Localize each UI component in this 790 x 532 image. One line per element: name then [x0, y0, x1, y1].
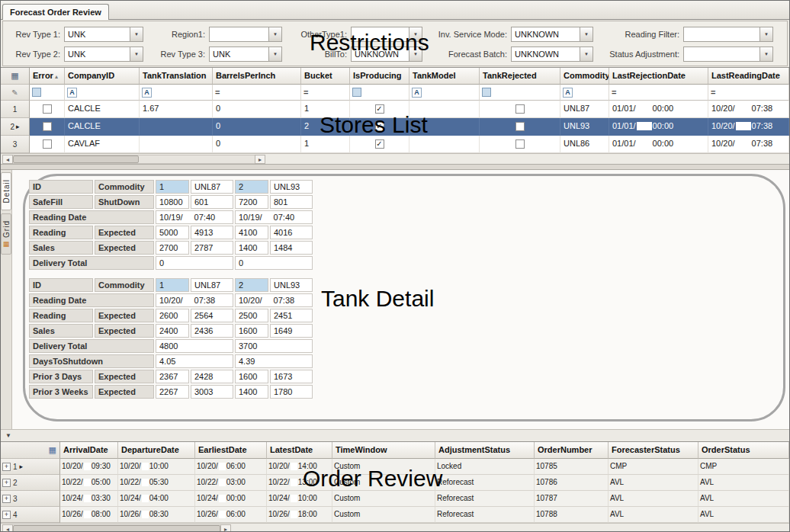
cell-bucket[interactable]: 2 — [301, 118, 350, 136]
grid-options-icon[interactable]: ▦ — [49, 445, 56, 455]
cell-adjustmentstatus[interactable]: Locked — [435, 459, 535, 475]
chevron-down-icon[interactable]: ▼ — [268, 27, 281, 41]
checkbox[interactable]: ✓ — [375, 122, 384, 131]
cell-lastrejectiondate[interactable]: 01/01/00:00 — [609, 118, 708, 136]
combo-rev-type-1[interactable]: UNK▼ — [64, 27, 143, 42]
cell-error[interactable] — [30, 136, 65, 153]
column-header-tankrejected[interactable]: TankRejected — [480, 68, 560, 85]
scroll-thumb[interactable] — [13, 525, 220, 532]
filter-cell-error[interactable] — [30, 85, 65, 101]
cell-timewindow[interactable]: Custom — [332, 507, 435, 523]
column-header-forecasterstatus[interactable]: ForecasterStatus — [609, 442, 698, 459]
cell-arrivaldate[interactable]: 10/24/03:30 — [60, 491, 118, 507]
order-row[interactable]: +1▸10/20/09:3010/20/10:0010/20/06:0010/2… — [1, 459, 789, 475]
order-row[interactable]: +410/26/08:0010/26/08:3010/26/06:0010/26… — [1, 507, 789, 523]
chevron-down-icon[interactable]: ▼ — [130, 27, 143, 41]
cell-orderstatus[interactable]: AVL — [698, 507, 789, 523]
cell-commodity[interactable]: UNL87 — [560, 101, 609, 118]
filter-cell-lastrejectiondate[interactable]: = — [609, 85, 708, 101]
combo-region1[interactable]: ▼ — [209, 27, 282, 42]
cell-ordernumber[interactable]: 10788 — [535, 507, 609, 523]
combo-status-adjustment[interactable]: ▼ — [683, 46, 773, 62]
cell-companyid[interactable]: CALCLE — [65, 101, 140, 118]
cell-tankrejected[interactable] — [480, 101, 560, 118]
scroll-right-button[interactable]: ▸ — [220, 524, 231, 532]
cell-lastreadingdate[interactable]: 10/20/07:38 — [708, 118, 789, 136]
column-header-isproducing[interactable]: IsProducing — [350, 68, 409, 85]
column-header-arrivaldate[interactable]: ArrivalDate — [60, 442, 118, 459]
filter-cell-companyid[interactable]: A — [65, 85, 140, 101]
cell-barrelsperinch[interactable]: 0 — [213, 136, 301, 153]
cell-latestdate[interactable]: 10/20/14:00 — [267, 459, 332, 475]
chevron-down-icon[interactable]: ▼ — [409, 27, 422, 41]
cell-tankmodel[interactable] — [409, 136, 480, 153]
cell-isproducing[interactable]: ✓ — [350, 101, 409, 118]
cell-bucket[interactable]: 1 — [301, 136, 350, 153]
checkbox[interactable] — [43, 122, 52, 131]
column-header-tankmodel[interactable]: TankModel — [409, 68, 480, 85]
cell-adjustmentstatus[interactable]: Reforecast — [435, 491, 535, 507]
cell-isproducing[interactable]: ✓ — [350, 118, 409, 136]
column-header-lastrejectiondate[interactable]: LastRejectionDate — [609, 68, 708, 85]
checkbox[interactable] — [515, 139, 525, 149]
cell-orderstatus[interactable]: AVL — [698, 491, 789, 507]
cell-timewindow[interactable]: Custom — [332, 459, 435, 475]
column-header-orderstatus[interactable]: OrderStatus — [698, 442, 789, 459]
filter-cell-commodity[interactable]: A — [560, 85, 609, 101]
combo-rev-type-2[interactable]: UNK▼ — [64, 46, 143, 62]
cell-arrivaldate[interactable]: 10/26/08:00 — [60, 507, 118, 523]
cell-tankrejected[interactable] — [480, 118, 560, 136]
cell-tankmodel[interactable] — [409, 118, 480, 136]
chevron-down-icon[interactable]: ▼ — [580, 47, 592, 61]
cell-barrelsperinch[interactable]: 0 — [213, 118, 301, 136]
chevron-down-icon[interactable]: ▼ — [130, 47, 143, 61]
detail-tab-detail[interactable]: Detail — [1, 172, 11, 210]
chevron-down-icon[interactable]: ▼ — [580, 27, 592, 41]
cell-tankrejected[interactable] — [480, 136, 560, 153]
order-row[interactable]: +310/24/03:3010/24/04:0010/24/00:0010/24… — [1, 491, 789, 507]
cell-earliestdate[interactable]: 10/24/00:00 — [195, 491, 267, 507]
column-header-commodity[interactable]: Commodity — [560, 68, 609, 85]
cell-tanktranslation[interactable] — [140, 118, 213, 136]
column-header-bucket[interactable]: Bucket — [301, 68, 350, 85]
filter-cell-tanktranslation[interactable]: A — [140, 85, 213, 101]
cell-forecasterstatus[interactable]: AVL — [609, 491, 698, 507]
cell-ordernumber[interactable]: 10787 — [535, 491, 609, 507]
column-header-adjustmentstatus[interactable]: AdjustmentStatus — [435, 442, 535, 459]
cell-departuredate[interactable]: 10/20/10:00 — [118, 459, 195, 475]
expand-row-button[interactable]: + — [2, 495, 11, 503]
cell-tanktranslation[interactable]: 1.67 — [140, 101, 213, 118]
cell-forecasterstatus[interactable]: AVL — [609, 507, 698, 523]
collapse-down-icon[interactable]: ▼ — [5, 432, 11, 439]
checkbox[interactable]: ✓ — [375, 139, 384, 149]
tab-forecast-order-review[interactable]: Forecast Order Review — [2, 4, 109, 20]
cell-tankmodel[interactable] — [409, 101, 480, 118]
stores-row[interactable]: 1CALCLE1.6701✓UNL8701/01/00:0010/20/07:3… — [1, 101, 789, 118]
cell-forecasterstatus[interactable]: AVL — [609, 475, 698, 491]
cell-orderstatus[interactable]: CMP — [698, 459, 789, 475]
cell-latestdate[interactable]: 10/22/13:00 — [267, 475, 332, 491]
column-header-companyid[interactable]: CompanyID — [65, 68, 140, 85]
expand-row-button[interactable]: + — [2, 479, 11, 487]
detail-tab-grid[interactable]: Grid▦ — [1, 213, 11, 255]
cell-forecasterstatus[interactable]: CMP — [609, 459, 698, 475]
filter-cell-lastreadingdate[interactable]: = — [708, 85, 789, 101]
cell-departuredate[interactable]: 10/22/05:30 — [118, 475, 195, 491]
filter-cell-tankmodel[interactable]: A — [409, 85, 480, 101]
cell-adjustmentstatus[interactable]: Reforecast — [435, 475, 535, 491]
combo-inv-service-mode[interactable]: UNKNOWN▼ — [511, 27, 593, 42]
scroll-left-button[interactable]: ◂ — [2, 155, 13, 164]
cell-arrivaldate[interactable]: 10/22/05:00 — [60, 475, 118, 491]
cell-commodity[interactable]: UNL86 — [560, 136, 609, 153]
chevron-down-icon[interactable]: ▼ — [268, 47, 281, 61]
column-header-latestdate[interactable]: LatestDate — [267, 442, 332, 459]
column-header-error[interactable]: Error▴ — [30, 68, 65, 85]
filter-cell-barrelsperinch[interactable]: = — [213, 85, 301, 101]
cell-earliestdate[interactable]: 10/26/06:00 — [195, 507, 267, 523]
stores-row[interactable]: 2▸CALCLE02✓UNL9301/01/00:0010/20/07:38 — [1, 118, 789, 136]
scroll-track[interactable] — [13, 155, 255, 164]
cell-latestdate[interactable]: 10/24/10:00 — [267, 491, 332, 507]
checkbox[interactable]: ✓ — [375, 104, 384, 114]
checkbox[interactable] — [515, 122, 525, 131]
cell-tanktranslation[interactable] — [140, 136, 213, 153]
